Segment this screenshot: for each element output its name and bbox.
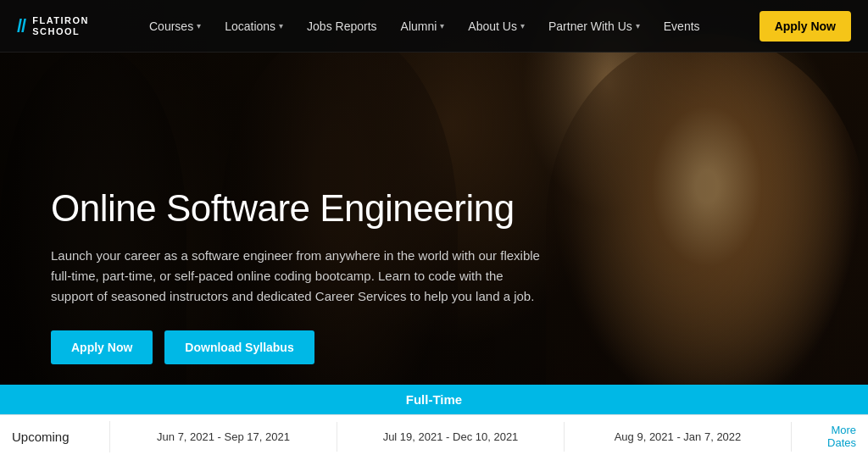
chevron-down-icon: ▾ <box>440 21 444 31</box>
more-dates-link[interactable]: More Dates <box>792 415 868 458</box>
nav-item-events[interactable]: Events <box>654 13 710 40</box>
hero-content: Online Software Engineering Launch your … <box>0 135 593 364</box>
table-label: Upcoming <box>0 421 110 452</box>
hero-section: Online Software Engineering Launch your … <box>0 0 868 415</box>
table-header: Full-Time <box>0 385 868 414</box>
download-syllabus-button[interactable]: Download Syllabus <box>164 330 314 364</box>
chevron-down-icon: ▾ <box>279 21 283 31</box>
nav-item-about-us[interactable]: About Us ▾ <box>458 13 535 40</box>
navbar: // FLATIRON SCHOOL Courses ▾ Locations ▾… <box>0 0 868 53</box>
nav-item-jobs-reports[interactable]: Jobs Reports <box>297 13 387 40</box>
nav-item-courses[interactable]: Courses ▾ <box>139 13 211 40</box>
table-date-2[interactable]: Jul 19, 2021 - Dec 10, 2021 <box>337 422 565 452</box>
hero-description: Launch your career as a software enginee… <box>51 246 542 307</box>
table-date-1[interactable]: Jun 7, 2021 - Sep 17, 2021 <box>110 422 337 452</box>
logo-brackets: // <box>17 17 25 36</box>
chevron-down-icon: ▾ <box>197 21 201 31</box>
schedule-table: Full-Time Upcoming Jun 7, 2021 - Sep 17,… <box>0 385 868 466</box>
logo-text: FLATIRON SCHOOL <box>32 15 89 36</box>
nav-items: Courses ▾ Locations ▾ Jobs Reports Alumn… <box>139 13 753 40</box>
logo[interactable]: // FLATIRON SCHOOL <box>17 15 119 36</box>
nav-item-partner[interactable]: Partner With Us ▾ <box>538 13 650 40</box>
nav-item-locations[interactable]: Locations ▾ <box>214 13 293 40</box>
chevron-down-icon: ▾ <box>520 21 525 31</box>
hero-title: Online Software Engineering <box>51 187 542 230</box>
table-row: Upcoming Jun 7, 2021 - Sep 17, 2021 Jul … <box>0 414 868 458</box>
nav-item-alumni[interactable]: Alumni ▾ <box>391 13 455 40</box>
nav-apply-button[interactable]: Apply Now <box>760 11 851 42</box>
hero-buttons: Apply Now Download Syllabus <box>51 330 542 364</box>
chevron-down-icon: ▾ <box>636 21 640 31</box>
hero-apply-button[interactable]: Apply Now <box>51 330 153 364</box>
table-date-3[interactable]: Aug 9, 2021 - Jan 7, 2022 <box>565 422 792 452</box>
